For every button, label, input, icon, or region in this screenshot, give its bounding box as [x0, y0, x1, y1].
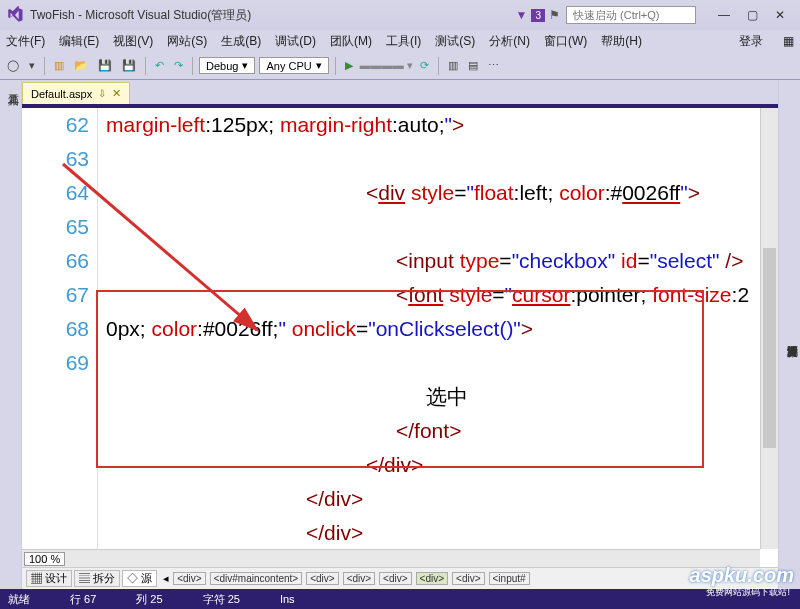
maximize-button[interactable]: ▢	[738, 8, 766, 22]
menu-window[interactable]: 窗口(W)	[544, 33, 587, 50]
menu-help[interactable]: 帮助(H)	[601, 33, 642, 50]
window-title: TwoFish - Microsoft Visual Studio(管理员)	[30, 7, 251, 24]
status-ready: 就绪	[8, 592, 30, 607]
save-all-icon[interactable]: 💾	[119, 56, 139, 76]
breadcrumb-item[interactable]: <input#	[489, 572, 530, 585]
zoom-level[interactable]: 100 %	[24, 552, 65, 566]
minimize-button[interactable]: —	[710, 8, 738, 22]
menu-debug[interactable]: 调试(D)	[275, 33, 316, 50]
menu-test[interactable]: 测试(S)	[435, 33, 475, 50]
document-tab[interactable]: Default.aspx ⇩ ✕	[22, 82, 130, 104]
right-panel-tabs: 解决方案资源管理器 团队资源管理器 属性	[778, 80, 800, 589]
line-number-gutter: 6263646566676869	[22, 108, 98, 567]
tool-icon-1[interactable]: ▥	[445, 56, 461, 76]
workspace: 工具箱 Default.aspx ⇩ ✕ 6263646566676869 ma…	[0, 80, 800, 589]
nav-fwd-button[interactable]: ▾	[26, 56, 38, 76]
menu-build[interactable]: 生成(B)	[221, 33, 261, 50]
menu-team[interactable]: 团队(M)	[330, 33, 372, 50]
status-char: 字符 25	[203, 592, 240, 607]
view-mode-strip: ▦ 设计 ▤ 拆分 ◇ 源 ◂ <div> <div#maincontent> …	[22, 567, 778, 589]
toolbar: ◯ ▾ ▥ 📂 💾 💾 ↶ ↷ Debug ▾ Any CPU ▾ ▶ ▬▬▬▬…	[0, 52, 800, 80]
menu-analyze[interactable]: 分析(N)	[489, 33, 530, 50]
horizontal-scrollbar[interactable]: 100 %	[22, 549, 760, 567]
refresh-icon[interactable]: ⟳	[417, 56, 432, 76]
browser-select[interactable]: ▬▬▬▬ ▾	[360, 59, 413, 72]
document-area: Default.aspx ⇩ ✕ 6263646566676869 margin…	[22, 80, 778, 589]
user-icon[interactable]: ▦	[783, 34, 794, 48]
menubar: 文件(F) 编辑(E) 视图(V) 网站(S) 生成(B) 调试(D) 团队(M…	[0, 30, 800, 52]
status-ins: Ins	[280, 593, 295, 605]
tab-close-icon[interactable]: ✕	[112, 87, 121, 100]
vs-logo-icon	[6, 6, 24, 24]
status-col: 列 25	[136, 592, 162, 607]
statusbar: 就绪 行 67 列 25 字符 25 Ins	[0, 589, 800, 609]
notification-badge[interactable]: 3	[531, 9, 545, 22]
menu-website[interactable]: 网站(S)	[167, 33, 207, 50]
menu-file[interactable]: 文件(F)	[6, 33, 45, 50]
breadcrumb-item[interactable]: <div>	[379, 572, 411, 585]
close-button[interactable]: ✕	[766, 8, 794, 22]
code-editor[interactable]: 6263646566676869 margin-left:125px; marg…	[22, 104, 778, 567]
window-titlebar: TwoFish - Microsoft Visual Studio(管理员) ▼…	[0, 0, 800, 30]
config-dropdown[interactable]: Debug ▾	[199, 57, 255, 74]
breadcrumb-item[interactable]: <div>	[452, 572, 484, 585]
breadcrumb-item[interactable]: <div>	[416, 572, 448, 585]
split-view-button[interactable]: ▤ 拆分	[74, 570, 120, 587]
new-doc-icon[interactable]: ▥	[51, 56, 67, 76]
breadcrumb-item[interactable]: <div>	[173, 572, 205, 585]
open-icon[interactable]: 📂	[71, 56, 91, 76]
menu-view[interactable]: 视图(V)	[113, 33, 153, 50]
flag-icon[interactable]: ⚑	[549, 8, 560, 22]
code-content[interactable]: margin-left:125px; margin-right:auto;"><…	[98, 108, 756, 567]
watermark-sub: 免费网站源码下载站!	[706, 586, 790, 599]
menu-edit[interactable]: 编辑(E)	[59, 33, 99, 50]
tool-icon-2[interactable]: ▤	[465, 56, 481, 76]
sign-in-link[interactable]: 登录	[739, 33, 763, 50]
undo-icon[interactable]: ↶	[152, 56, 167, 76]
tool-icon-3[interactable]: ⋯	[485, 56, 502, 76]
start-debug-button[interactable]: ▶	[342, 56, 356, 76]
redo-icon[interactable]: ↷	[171, 56, 186, 76]
tab-strip: Default.aspx ⇩ ✕	[22, 80, 778, 104]
watermark: aspku.com	[690, 564, 794, 587]
breadcrumb-item[interactable]: <div>	[306, 572, 338, 585]
breadcrumb-item[interactable]: <div#maincontent>	[210, 572, 303, 585]
nav-back-button[interactable]: ◯	[4, 56, 22, 76]
tab-title: Default.aspx	[31, 88, 92, 100]
source-view-button[interactable]: ◇ 源	[122, 570, 157, 587]
vertical-scrollbar[interactable]	[760, 108, 778, 549]
toolbox-panel[interactable]: 工具箱	[0, 80, 22, 589]
quick-launch-input[interactable]	[566, 6, 696, 24]
breadcrumb-item[interactable]: <div>	[343, 572, 375, 585]
platform-dropdown[interactable]: Any CPU ▾	[259, 57, 328, 74]
design-view-button[interactable]: ▦ 设计	[26, 570, 72, 587]
save-icon[interactable]: 💾	[95, 56, 115, 76]
pin-icon[interactable]: ⇩	[98, 88, 106, 99]
status-line: 行 67	[70, 592, 96, 607]
menu-tools[interactable]: 工具(I)	[386, 33, 421, 50]
caret-down-icon[interactable]: ▼	[516, 8, 528, 22]
